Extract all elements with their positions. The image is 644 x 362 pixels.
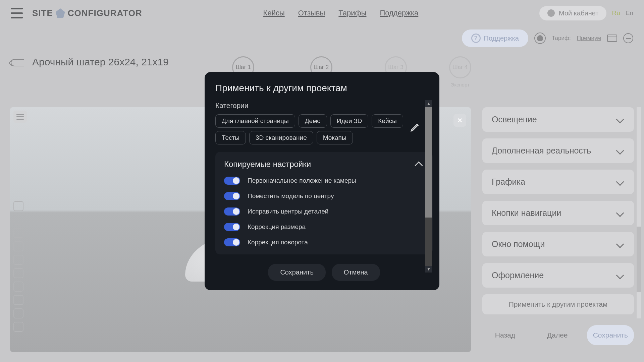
chip-main-page[interactable]: Для главной страницы	[215, 114, 295, 128]
back-button[interactable]: Назад	[482, 325, 528, 345]
view-icon[interactable]	[13, 241, 23, 251]
logo[interactable]: SITE CONFIGURATOR	[32, 8, 142, 18]
step-4[interactable]: Шаг 4 Экспорт	[449, 56, 471, 87]
modal-scroll-up[interactable]: ▲	[425, 100, 432, 107]
lock-icon[interactable]	[13, 282, 23, 292]
panel-graphics-title: Графика	[492, 177, 525, 187]
panel-lighting-title: Освещение	[492, 115, 537, 124]
comment-icon[interactable]	[13, 255, 23, 265]
categories-label: Категории	[215, 102, 433, 110]
toggle-size-correction-label: Коррекция размера	[248, 223, 306, 231]
main-menu-button[interactable]	[11, 8, 23, 18]
export-icon[interactable]	[13, 215, 23, 225]
lang-ru[interactable]: Ru	[612, 9, 620, 17]
chevron-down-icon	[616, 146, 625, 155]
user-icon	[547, 9, 555, 17]
toggle-fix-centers-label: Исправить центры деталей	[248, 208, 328, 215]
chevron-down-icon	[616, 115, 625, 124]
nav-support[interactable]: Поддержка	[380, 9, 418, 17]
modal-cancel-button[interactable]: Отмена	[332, 264, 380, 281]
account-button[interactable]: Мой кабинет	[539, 6, 606, 20]
account-label: Мой кабинет	[559, 9, 598, 17]
panel-graphics[interactable]: Графика	[482, 170, 634, 194]
toggle-initial-camera[interactable]	[224, 177, 240, 185]
modal-scrollbar-thumb[interactable]	[425, 107, 432, 218]
logo-text-site: SITE	[32, 8, 53, 18]
logout-icon[interactable]	[623, 33, 633, 43]
step-4-label: Экспорт	[450, 82, 469, 87]
step-4-circle: Шаг 4	[449, 56, 471, 78]
panel-lighting[interactable]: Освещение	[482, 107, 634, 132]
more-icon[interactable]	[13, 322, 23, 332]
toggle-rotation-correction[interactable]	[224, 238, 240, 246]
ar-icon[interactable]	[13, 228, 23, 238]
modal-title: Применить к другим проектам	[215, 83, 433, 94]
viewer-close-button[interactable]: ×	[453, 114, 466, 127]
globe-icon[interactable]	[13, 268, 23, 278]
frame-icon[interactable]	[13, 295, 23, 305]
share-icon[interactable]	[13, 201, 23, 211]
chip-3d-scanning[interactable]: 3D сканирование	[249, 131, 313, 144]
toggle-initial-camera-label: Первоначальное положение камеры	[248, 177, 356, 184]
nav-cases[interactable]: Кейсы	[263, 9, 285, 17]
chip-tests[interactable]: Тесты	[215, 131, 246, 144]
toggle-center-model-label: Поместить модель по центру	[248, 192, 334, 200]
panel-design[interactable]: Оформление	[482, 263, 634, 288]
chevron-down-icon	[616, 209, 625, 218]
panel-ar-title: Дополненная реальность	[492, 146, 591, 156]
fullscreen-icon[interactable]	[13, 308, 23, 318]
chip-cases[interactable]: Кейсы	[372, 114, 403, 128]
toggle-rotation-correction-label: Коррекция поворота	[248, 239, 308, 246]
modal-save-button[interactable]: Сохранить	[268, 264, 325, 281]
chevron-up-icon	[414, 159, 424, 169]
nav-tariffs[interactable]: Тарифы	[338, 9, 366, 17]
chip-3d-ideas[interactable]: Идеи 3D	[330, 114, 369, 128]
copy-settings-title: Копируемые настройки	[224, 160, 311, 169]
toggle-fix-centers[interactable]	[224, 207, 240, 216]
viewer-menu-button[interactable]	[13, 111, 27, 123]
toggle-center-model[interactable]	[224, 192, 240, 200]
lang-en[interactable]: En	[626, 9, 633, 17]
modal-scroll-down[interactable]: ▼	[425, 266, 432, 273]
back-arrow[interactable]	[11, 59, 24, 66]
chip-mockups[interactable]: Мокапы	[317, 131, 353, 144]
profile-avatar[interactable]	[534, 33, 546, 44]
question-icon: ?	[471, 34, 481, 43]
tariff-label: Тариф:	[552, 35, 571, 42]
panel-ar[interactable]: Дополненная реальность	[482, 138, 634, 163]
toggle-size-correction[interactable]	[224, 223, 240, 231]
panel-nav-buttons[interactable]: Кнопки навигации	[482, 201, 634, 225]
panel-design-title: Оформление	[492, 270, 544, 280]
chip-demo[interactable]: Демо	[299, 114, 327, 128]
support-label: Поддержка	[484, 35, 519, 42]
chevron-down-icon	[616, 178, 625, 186]
save-button[interactable]: Сохранить	[587, 325, 634, 345]
panel-help-window-title: Окно помощи	[492, 239, 545, 249]
tariff-value[interactable]: Премиум	[577, 35, 601, 42]
chevron-down-icon	[616, 240, 625, 249]
chevron-down-icon	[616, 271, 625, 280]
next-button[interactable]: Далее	[535, 325, 580, 345]
nav-reviews[interactable]: Отзывы	[298, 9, 325, 17]
payment-icon[interactable]	[607, 35, 617, 42]
apply-modal: Применить к другим проектам Категории Дл…	[205, 72, 439, 290]
copy-settings-header[interactable]: Копируемые настройки	[224, 159, 424, 169]
logo-icon	[56, 8, 65, 18]
project-title: Арочный шатер 26х24, 21х19	[32, 56, 169, 68]
panel-scrollbar-thumb[interactable]	[637, 227, 641, 292]
edit-icon[interactable]	[410, 122, 421, 132]
panel-help-window[interactable]: Окно помощи	[482, 232, 634, 256]
panel-nav-buttons-title: Кнопки навигации	[492, 208, 561, 218]
support-button[interactable]: ? Поддержка	[462, 29, 528, 47]
logo-text-configurator: CONFIGURATOR	[68, 8, 142, 18]
apply-to-projects-button[interactable]: Применить к другим проектам	[482, 294, 634, 314]
